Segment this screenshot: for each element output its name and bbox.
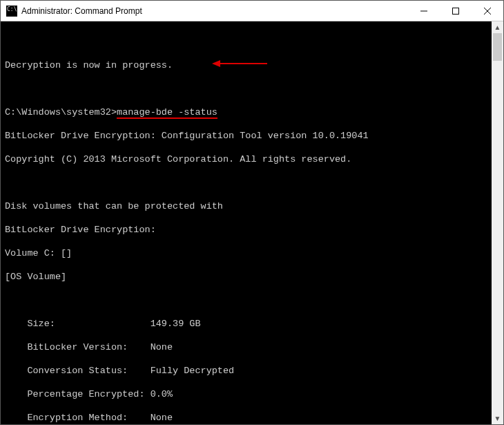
c-pct-value: 0.0% <box>151 389 173 399</box>
c-blv-label: BitLocker Version: <box>27 341 144 353</box>
cmd-icon <box>6 6 17 17</box>
scroll-thumb[interactable] <box>493 33 502 61</box>
volume-c-type: [OS Volume] <box>5 271 489 283</box>
maximize-button[interactable] <box>440 1 472 21</box>
prompt-text: C:\Windows\system32> <box>5 107 117 117</box>
c-pct-label: Percentage Encrypted: <box>27 388 144 400</box>
c-size-value: 149.39 GB <box>151 319 201 329</box>
c-blv-value: None <box>151 342 173 352</box>
console-output[interactable]: Decryption is now in progress. C:\Window… <box>1 21 492 424</box>
minimize-button[interactable] <box>408 1 440 21</box>
tool-version: BitLocker Drive Encryption: Configuratio… <box>5 130 489 142</box>
svg-rect-1 <box>453 8 459 14</box>
titlebar[interactable]: Administrator: Command Prompt <box>1 1 503 21</box>
window-title: Administrator: Command Prompt <box>21 6 408 16</box>
c-enc-value: None <box>151 413 173 423</box>
c-conv-value: Fully Decrypted <box>151 366 235 376</box>
intro-line-1: Disk volumes that can be protected with <box>5 200 489 212</box>
c-conv-label: Conversion Status: <box>27 365 144 377</box>
c-size-label: Size: <box>27 318 144 330</box>
scroll-down-icon[interactable]: ▼ <box>492 413 503 424</box>
command-text: manage-bde -status <box>117 107 217 119</box>
vertical-scrollbar[interactable]: ▲ ▼ <box>492 21 503 424</box>
console-area: Decryption is now in progress. C:\Window… <box>1 21 503 424</box>
intro-line-2: BitLocker Drive Encryption: <box>5 224 489 236</box>
scroll-up-icon[interactable]: ▲ <box>492 21 503 33</box>
close-button[interactable] <box>472 1 503 21</box>
window-controls <box>408 1 503 21</box>
c-enc-label: Encryption Method: <box>27 412 144 424</box>
decryption-status: Decryption is now in progress. <box>5 59 489 71</box>
copyright-line: Copyright (C) 2013 Microsoft Corporation… <box>5 153 489 165</box>
volume-c-header: Volume C: [] <box>5 247 489 259</box>
